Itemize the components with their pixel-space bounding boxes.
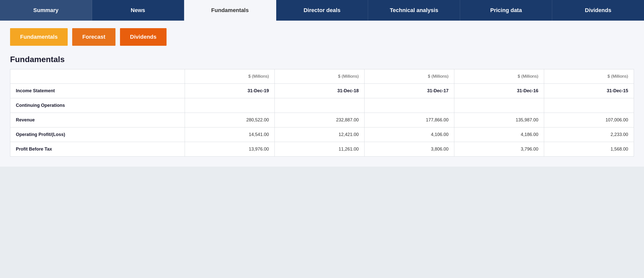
table-row: Operating Profit/(Loss) 14,541.00 12,421… — [10, 127, 634, 142]
income-statement-label: Income Statement — [10, 84, 185, 98]
table-row: Revenue 280,522.00 232,887.00 177,866.00… — [10, 113, 634, 127]
continuing-ops-col-1 — [185, 98, 275, 113]
profit-before-tax-col-1: 13,976.00 — [185, 142, 275, 157]
tab-technical-analysis[interactable]: Technical analysis — [368, 0, 460, 21]
profit-before-tax-col-4: 3,796.00 — [454, 142, 544, 157]
income-statement-date-4: 31-Dec-16 — [454, 84, 544, 98]
content-area: Fundamentals Forecast Dividends Fundamen… — [0, 21, 644, 167]
continuing-ops-col-4 — [454, 98, 544, 113]
table-header-col-3: $ (Millions) — [365, 69, 454, 84]
continuing-operations-row: Continuing Operations — [10, 98, 634, 113]
profit-before-tax-label: Profit Before Tax — [10, 142, 185, 157]
table-header-label — [10, 69, 185, 84]
table-header-col-1: $ (Millions) — [185, 69, 275, 84]
revenue-col-2: 232,887.00 — [275, 113, 365, 127]
operating-profit-label: Operating Profit/(Loss) — [10, 127, 185, 142]
table-header-col-2: $ (Millions) — [275, 69, 365, 84]
table-header-row: $ (Millions) $ (Millions) $ (Millions) $… — [10, 69, 634, 84]
tab-news[interactable]: News — [92, 0, 184, 21]
table-header-col-5: $ (Millions) — [544, 69, 634, 84]
revenue-col-3: 177,866.00 — [365, 113, 454, 127]
tab-director-deals[interactable]: Director deals — [276, 0, 368, 21]
table-row: Profit Before Tax 13,976.00 11,261.00 3,… — [10, 142, 634, 157]
profit-before-tax-col-2: 11,261.00 — [275, 142, 365, 157]
continuing-operations-label: Continuing Operations — [10, 98, 185, 113]
table-header-col-4: $ (Millions) — [454, 69, 544, 84]
continuing-ops-col-3 — [365, 98, 454, 113]
tab-dividends-nav[interactable]: Dividends — [552, 0, 644, 21]
revenue-label: Revenue — [10, 113, 185, 127]
operating-profit-col-3: 4,106.00 — [365, 127, 454, 142]
fundamentals-table: $ (Millions) $ (Millions) $ (Millions) $… — [10, 69, 634, 157]
continuing-ops-col-2 — [275, 98, 365, 113]
profit-before-tax-col-3: 3,806.00 — [365, 142, 454, 157]
operating-profit-col-2: 12,421.00 — [275, 127, 365, 142]
sub-tab-dividends[interactable]: Dividends — [120, 28, 167, 46]
tab-pricing-data[interactable]: Pricing data — [460, 0, 552, 21]
revenue-col-4: 135,987.00 — [454, 113, 544, 127]
operating-profit-col-1: 14,541.00 — [185, 127, 275, 142]
nav-tabs: Summary News Fundamentals Director deals… — [0, 0, 644, 21]
revenue-col-5: 107,006.00 — [544, 113, 634, 127]
continuing-ops-col-5 — [544, 98, 634, 113]
income-statement-date-2: 31-Dec-18 — [275, 84, 365, 98]
profit-before-tax-col-5: 1,568.00 — [544, 142, 634, 157]
sub-tab-fundamentals[interactable]: Fundamentals — [10, 28, 68, 46]
tab-summary[interactable]: Summary — [0, 0, 92, 21]
income-statement-row: Income Statement 31-Dec-19 31-Dec-18 31-… — [10, 84, 634, 98]
sub-tabs: Fundamentals Forecast Dividends — [10, 28, 634, 46]
income-statement-date-1: 31-Dec-19 — [185, 84, 275, 98]
tab-fundamentals[interactable]: Fundamentals — [184, 0, 276, 21]
income-statement-date-5: 31-Dec-15 — [544, 84, 634, 98]
income-statement-date-3: 31-Dec-17 — [365, 84, 454, 98]
sub-tab-forecast[interactable]: Forecast — [72, 28, 115, 46]
section-title: Fundamentals — [10, 55, 634, 64]
operating-profit-col-4: 4,186.00 — [454, 127, 544, 142]
revenue-col-1: 280,522.00 — [185, 113, 275, 127]
operating-profit-col-5: 2,233.00 — [544, 127, 634, 142]
